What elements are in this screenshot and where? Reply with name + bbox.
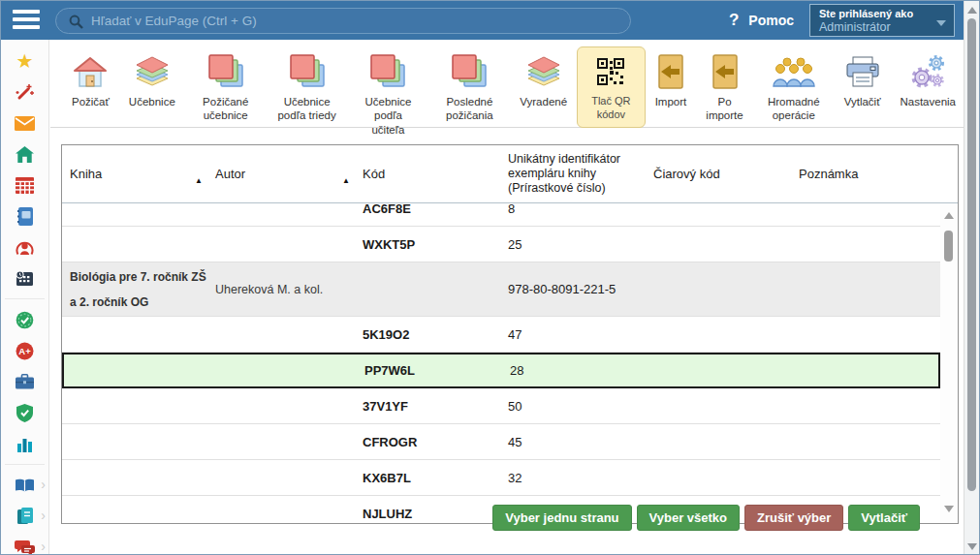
cancel-selection-button[interactable]: Zrušiť výber bbox=[744, 505, 843, 531]
print-button[interactable]: Vytlačiť bbox=[848, 505, 920, 531]
cell-identifikator: 978-80-8091-221-5 bbox=[500, 282, 646, 296]
table-scrollbar[interactable] bbox=[940, 203, 958, 523]
table-row[interactable]: AC6F8E 8 bbox=[62, 203, 940, 227]
stacked-books-icon bbox=[450, 51, 489, 92]
cell-kod: PP7W6L bbox=[357, 363, 502, 378]
sidebar-item-attendance[interactable] bbox=[1, 304, 48, 335]
layers-icon bbox=[133, 51, 172, 92]
page-scrollbar[interactable] bbox=[964, 1, 979, 555]
cell-kod: 5K19O2 bbox=[355, 327, 500, 342]
signed-in-user: Administrátor bbox=[819, 20, 945, 35]
grades-icon: A+ bbox=[16, 342, 34, 360]
table-row[interactable]: CFROGR 45 bbox=[62, 424, 940, 460]
magic-wand-icon bbox=[16, 83, 34, 102]
table-scrollbar-thumb[interactable] bbox=[944, 231, 953, 262]
cell-kod: AC6F8E bbox=[355, 203, 500, 216]
module-toolbar: Požičať Učebnice Požičané učebnice Učebn… bbox=[50, 40, 965, 128]
cell-identifikator: 28 bbox=[502, 363, 648, 378]
sidebar-item-wizard[interactable] bbox=[1, 77, 48, 108]
column-header-kod[interactable]: Kód bbox=[355, 167, 500, 181]
toolbar-item-tlac-qr-kodov[interactable]: Tlač QR kódov bbox=[577, 46, 646, 128]
toolbar-item-pozicane-ucebnice[interactable]: Požičané učebnice bbox=[185, 46, 267, 129]
sort-asc-icon[interactable]: ▲ bbox=[342, 176, 350, 185]
toolbar-item-ucebnice-podla-triedy[interactable]: Učebnice podľa triedy bbox=[267, 46, 348, 129]
top-bar: ? Pomoc Ste prihlásený ako Administrátor bbox=[1, 1, 979, 40]
sort-asc-icon[interactable]: ▲ bbox=[195, 176, 203, 185]
sidebar-item-messages[interactable] bbox=[1, 108, 48, 139]
qr-code-icon bbox=[597, 51, 624, 92]
toolbar-item-po-importe[interactable]: Po importe bbox=[696, 46, 753, 129]
help-button[interactable]: ? Pomoc bbox=[729, 1, 794, 40]
column-header-poznamka[interactable]: Poznámka bbox=[791, 167, 958, 181]
bar-chart-icon bbox=[16, 436, 33, 452]
help-label: Pomoc bbox=[748, 13, 794, 28]
table-row[interactable]: 5K19O2 47 bbox=[62, 317, 940, 353]
sidebar-item-home[interactable] bbox=[1, 139, 48, 170]
sidebar-item-notebook[interactable] bbox=[1, 200, 48, 231]
briefcase-icon bbox=[16, 374, 34, 389]
search-input[interactable] bbox=[91, 10, 615, 32]
cell-identifikator: 8 bbox=[500, 203, 646, 216]
sidebar-item-chat[interactable]: › bbox=[1, 532, 48, 555]
table-row[interactable]: KX6B7L 32 bbox=[62, 460, 940, 496]
table-header: Kniha▲ Autor▲ Kód Unikátny identifikátor… bbox=[62, 145, 958, 203]
column-header-kniha[interactable]: Kniha▲ bbox=[62, 167, 207, 181]
signed-in-label: Ste prihlásený ako bbox=[819, 7, 945, 20]
toolbar-item-ucebnice-podla-ucitela[interactable]: Učebnice podľa učiteľa bbox=[348, 46, 429, 142]
cell-kod: WXKT5P bbox=[355, 237, 500, 252]
scroll-up-arrow-icon[interactable] bbox=[944, 212, 954, 219]
shield-check-icon bbox=[16, 404, 33, 422]
submenu-chevron-icon: › bbox=[41, 477, 46, 492]
table-row-book-group[interactable]: Biológia pre 7. ročník ZŠ a 2. ročník OG… bbox=[62, 262, 940, 317]
toolbar-item-vytlacit[interactable]: Vytlačiť bbox=[835, 46, 891, 114]
table-row-selected[interactable]: PP7W6L 28 bbox=[62, 353, 940, 388]
sidebar-item-favorites[interactable]: ★ bbox=[1, 46, 48, 77]
page-scrollbar-thumb[interactable] bbox=[967, 18, 976, 491]
hamburger-menu-icon[interactable] bbox=[13, 10, 40, 31]
mail-icon bbox=[15, 116, 35, 131]
cell-identifikator: 50 bbox=[500, 399, 646, 414]
cell-kod: KX6B7L bbox=[355, 471, 500, 485]
toolbar-item-vyradene[interactable]: Vyradené bbox=[510, 46, 577, 114]
sidebar-item-timetable[interactable] bbox=[1, 170, 48, 200]
scroll-down-arrow-icon[interactable] bbox=[944, 506, 954, 512]
sidebar-item-security[interactable] bbox=[1, 397, 48, 428]
person-icon bbox=[16, 238, 34, 257]
table-body: AC6F8E 8 WXKT5P 25 Biológia pre 7. roční… bbox=[62, 203, 940, 523]
sidebar-item-library[interactable]: › bbox=[1, 470, 48, 501]
scroll-down-arrow-icon[interactable] bbox=[967, 543, 977, 550]
sidebar-item-briefcase[interactable] bbox=[1, 366, 48, 397]
select-all-button[interactable]: Vyber všetko bbox=[637, 505, 740, 531]
selection-actions: Vyber jednu stranu Vyber všetko Zrušiť v… bbox=[492, 505, 920, 531]
table-row[interactable]: 37V1YF 50 bbox=[62, 388, 940, 424]
cell-autor: Uhereková M. a kol. bbox=[207, 283, 355, 296]
sidebar-item-calendar[interactable] bbox=[1, 262, 48, 293]
sidebar-item-profile[interactable] bbox=[1, 231, 48, 262]
toolbar-item-nastavenia[interactable]: Nastavenia bbox=[890, 46, 965, 114]
notebook-icon bbox=[17, 207, 33, 226]
column-header-autor[interactable]: Autor▲ bbox=[207, 167, 355, 181]
chat-icon bbox=[15, 540, 35, 555]
stacked-books-icon bbox=[368, 51, 407, 92]
toolbar-item-ucebnice[interactable]: Učebnice bbox=[119, 46, 185, 114]
toolbar-item-import[interactable]: Import bbox=[646, 46, 697, 114]
toolbar-item-posledne-pozicania[interactable]: Posledné požičania bbox=[428, 46, 510, 129]
import-icon bbox=[711, 51, 740, 92]
toolbar-item-hromadne-operacie[interactable]: Hromadné operácie bbox=[753, 46, 835, 129]
sidebar-item-statistics[interactable] bbox=[1, 428, 48, 459]
cell-identifikator: 32 bbox=[500, 471, 646, 485]
select-one-page-button[interactable]: Vyber jednu stranu bbox=[492, 505, 631, 531]
scroll-up-arrow-icon[interactable] bbox=[967, 7, 977, 14]
logged-in-user-menu[interactable]: Ste prihlásený ako Administrátor bbox=[809, 4, 955, 37]
stacked-books-icon bbox=[206, 51, 245, 92]
cell-kod: NJLUHZ bbox=[355, 507, 500, 521]
svg-text:A+: A+ bbox=[18, 346, 31, 356]
column-header-identifikator[interactable]: Unikátny identifikátor exempláru knihy (… bbox=[500, 152, 646, 196]
global-search bbox=[55, 8, 631, 34]
sidebar-item-grades[interactable]: A+ bbox=[1, 335, 48, 366]
toolbar-item-pozicat[interactable]: Požičať bbox=[62, 46, 119, 114]
table-row[interactable]: WXKT5P 25 bbox=[62, 227, 940, 262]
column-header-ciarovy-kod[interactable]: Čiarový kód bbox=[646, 167, 791, 181]
cell-identifikator: 47 bbox=[500, 327, 646, 342]
sidebar-item-documents[interactable]: › bbox=[1, 501, 48, 532]
